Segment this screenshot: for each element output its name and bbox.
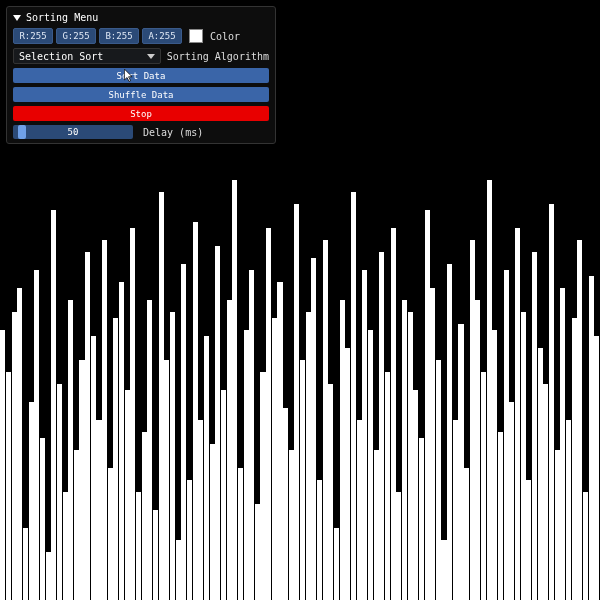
bar: [289, 450, 294, 600]
bar: [159, 192, 164, 600]
bar: [283, 408, 288, 600]
bar: [181, 264, 186, 600]
bar: [147, 300, 152, 600]
bar: [328, 384, 333, 600]
bar: [85, 252, 90, 600]
bar: [566, 420, 571, 600]
bar: [374, 450, 379, 600]
bar: [136, 492, 141, 600]
bar: [294, 204, 299, 600]
bar: [532, 252, 537, 600]
bar: [272, 318, 277, 600]
bar: [249, 270, 254, 600]
bar: [560, 288, 565, 600]
bar: [23, 528, 28, 600]
bar: [17, 288, 22, 600]
bar: [436, 360, 441, 600]
bar: [46, 552, 51, 600]
bar: [0, 330, 5, 600]
visualization-bars: [0, 0, 600, 600]
bar: [6, 372, 11, 600]
bar: [40, 438, 45, 600]
bar: [57, 384, 62, 600]
bar: [227, 300, 232, 600]
bar: [368, 330, 373, 600]
bar: [277, 282, 282, 600]
bar: [515, 228, 520, 600]
bar: [594, 336, 599, 600]
bar: [153, 510, 158, 600]
bar: [509, 402, 514, 600]
bar: [555, 450, 560, 600]
bar: [255, 504, 260, 600]
bar: [238, 468, 243, 600]
bar: [357, 420, 362, 600]
bar: [526, 480, 531, 600]
bar: [198, 420, 203, 600]
bar: [221, 390, 226, 600]
bar: [266, 228, 271, 600]
bar: [79, 360, 84, 600]
bar: [12, 312, 17, 600]
bar: [317, 480, 322, 600]
bar: [492, 330, 497, 600]
bar: [538, 348, 543, 600]
bar: [29, 402, 34, 600]
bar: [396, 492, 401, 600]
bar: [244, 330, 249, 600]
bar: [464, 468, 469, 600]
bar: [470, 240, 475, 600]
bar: [458, 324, 463, 600]
bar: [521, 312, 526, 600]
bar: [193, 222, 198, 600]
bar: [113, 318, 118, 600]
bar: [323, 240, 328, 600]
bar: [577, 240, 582, 600]
bar: [164, 360, 169, 600]
bar: [306, 312, 311, 600]
bar: [34, 270, 39, 600]
bar: [413, 390, 418, 600]
bar: [504, 270, 509, 600]
bar: [549, 204, 554, 600]
bar: [572, 318, 577, 600]
bar: [340, 300, 345, 600]
bar: [402, 300, 407, 600]
bar: [351, 192, 356, 600]
bar: [391, 228, 396, 600]
bar: [68, 300, 73, 600]
bar: [51, 210, 56, 600]
bar: [475, 300, 480, 600]
bar: [260, 372, 265, 600]
bar: [119, 282, 124, 600]
bar: [583, 492, 588, 600]
bar: [419, 438, 424, 600]
bar: [176, 540, 181, 600]
bar: [215, 246, 220, 600]
bar: [345, 348, 350, 600]
bar: [125, 390, 130, 600]
bar: [543, 384, 548, 600]
bar: [204, 336, 209, 600]
bar: [96, 420, 101, 600]
bar: [487, 180, 492, 600]
bar: [170, 312, 175, 600]
bar: [108, 468, 113, 600]
bar: [63, 492, 68, 600]
bar: [385, 372, 390, 600]
bar: [300, 360, 305, 600]
bar: [334, 528, 339, 600]
bar: [589, 276, 594, 600]
bar: [481, 372, 486, 600]
bar: [379, 252, 384, 600]
bar: [425, 210, 430, 600]
bar: [91, 336, 96, 600]
bar: [441, 540, 446, 600]
bar: [498, 432, 503, 600]
bar: [142, 432, 147, 600]
bar: [102, 240, 107, 600]
bar: [130, 228, 135, 600]
bar: [362, 270, 367, 600]
bar: [408, 312, 413, 600]
bar: [187, 480, 192, 600]
